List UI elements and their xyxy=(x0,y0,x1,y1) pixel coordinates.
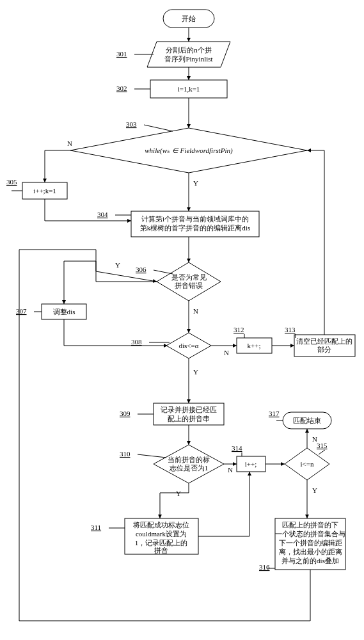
n303-label: while(wₖ ∈ FieldwordfirstPin) xyxy=(145,147,233,155)
n310-l1: 当前拼音的标 xyxy=(168,456,210,463)
ref-314: 314 xyxy=(232,444,242,452)
n310-l2: 志位是否为1 xyxy=(170,464,209,472)
n303-n: N xyxy=(67,140,72,147)
n310-n: N xyxy=(228,466,233,474)
n303-y: Y xyxy=(193,179,198,187)
n315-y: Y xyxy=(312,486,317,494)
n311-l2: couldmark设置为 xyxy=(136,530,187,538)
svg-line-26 xyxy=(319,450,325,454)
svg-line-10 xyxy=(154,270,173,274)
n316-l2: 一个状态的拼音集合与 xyxy=(275,530,345,538)
n311-l4: 拼音 xyxy=(154,547,168,554)
n309-l2: 配上的拼音串 xyxy=(168,415,210,422)
n307-label: 调整dis xyxy=(53,308,75,316)
n301-line2: 音序列Pinyinlist xyxy=(164,55,212,63)
ref-310: 310 xyxy=(120,450,131,458)
n317-label: 匹配结束 xyxy=(293,417,321,424)
n316-l1: 匹配上的拼音的下 xyxy=(282,521,338,529)
n316-l3: 下一个拼音的编辑距 xyxy=(279,539,342,547)
n305-label: i++;k=1 xyxy=(33,187,56,195)
n301-line1: 分割后的n个拼 xyxy=(166,46,212,54)
n315-n: N xyxy=(312,435,317,443)
ref-309: 309 xyxy=(120,410,131,417)
ref-303: 303 xyxy=(126,120,137,128)
n306-n: N xyxy=(193,307,198,315)
n311-l1: 将匹配成功标志位 xyxy=(132,521,189,529)
ref-306: 306 xyxy=(136,266,146,273)
n313-l1: 清空已经匹配上的 xyxy=(296,337,352,345)
ref-307: 307 xyxy=(16,307,27,315)
n312-label: k++; xyxy=(248,342,261,349)
input-node xyxy=(147,42,230,67)
n314-label: i++; xyxy=(245,460,257,468)
n308-label: dis<=α xyxy=(178,342,198,349)
n304-l2: 第k棵树的首字拼音的的编辑距离dis xyxy=(140,224,250,232)
ref-304: 304 xyxy=(97,211,108,218)
ref-317: 317 xyxy=(269,410,280,417)
ref-308: 308 xyxy=(131,338,142,346)
svg-line-5 xyxy=(144,125,173,131)
n304-l1: 计算第i个拼音与当前领域词库中的 xyxy=(141,215,249,223)
n316-l4: 离，找出最小的距离 xyxy=(279,548,342,556)
ref-305: 305 xyxy=(6,178,17,186)
n308-y: Y xyxy=(193,368,198,376)
n308-n: N xyxy=(224,349,229,356)
n315-label: i<=n xyxy=(301,460,314,468)
n306-l2: 拼音错误 xyxy=(175,282,203,289)
ref-301: 301 xyxy=(116,50,127,58)
n313-l2: 部分 xyxy=(317,346,331,353)
n311-l3: 1，记录匹配上的 xyxy=(135,539,188,547)
n302-label: i=1,k=1 xyxy=(178,85,200,93)
flowchart: 开始 分割后的n个拼 音序列Pinyinlist 301 i=1,k=1 302… xyxy=(6,6,358,634)
ref-315: 315 xyxy=(317,442,328,449)
n310-y: Y xyxy=(176,490,181,497)
start-label: 开始 xyxy=(182,15,196,22)
ref-316: 316 xyxy=(259,563,270,571)
n309-l1: 记录并拼接已经匹 xyxy=(161,406,217,413)
ref-312: 312 xyxy=(233,326,244,333)
ref-313: 313 xyxy=(285,326,296,333)
ref-302: 302 xyxy=(116,84,127,92)
ref-311: 311 xyxy=(91,524,101,531)
n306-y: Y xyxy=(115,261,120,269)
n316-l5: 并与之前的dis叠加 xyxy=(281,557,339,564)
svg-line-21 xyxy=(138,454,166,458)
n306-l1: 是否为常见 xyxy=(171,273,207,281)
